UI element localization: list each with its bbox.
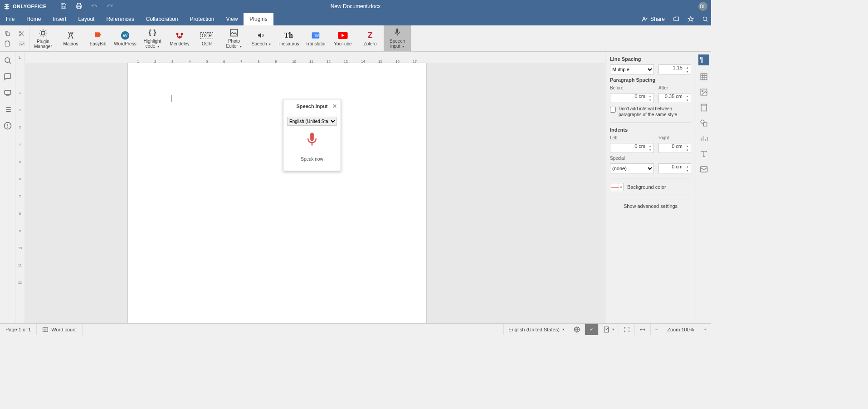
find-icon[interactable] [4,56,12,64]
svg-point-16 [176,33,179,35]
page [127,63,427,323]
menu-tab-references[interactable]: References [100,13,140,25]
menu-tab-view[interactable]: View [220,13,244,25]
app-logo-icon [4,3,10,10]
document-canvas[interactable]: Speech input ✕ English (United Sta… Spea… [24,63,605,323]
vertical-ruler[interactable]: 123456789101112 [15,63,24,323]
special-indent-select[interactable]: (none) [610,163,654,173]
paragraph-settings-icon[interactable]: ¶ [698,54,709,65]
copy-icon[interactable] [3,29,12,38]
track-changes-icon[interactable]: ▾ [598,324,619,335]
menu-tab-home[interactable]: Home [20,13,47,25]
redo-icon[interactable] [107,3,113,10]
comments-icon[interactable] [4,73,12,81]
menu-tab-protection[interactable]: Protection [184,13,220,25]
svg-line-26 [9,62,11,64]
fit-width-icon[interactable] [634,324,650,335]
select-all-icon[interactable] [17,39,26,48]
speech-input-dialog: Speech input ✕ English (United Sta… Spea… [283,99,341,171]
zoom-level[interactable]: Zoom 100% [663,324,698,335]
line-spacing-value-input[interactable]: 1.15▲▼ [658,64,691,74]
svg-text:A: A [317,33,320,38]
spacing-after-input[interactable]: 0.35 cm▲▼ [658,93,691,103]
menu-tab-plugins[interactable]: Plugins [244,13,273,25]
svg-rect-48 [703,123,707,126]
menu-tab-insert[interactable]: Insert [47,13,72,25]
plugin-speech-input-button[interactable]: Speech input ▾ [384,25,411,51]
plugin-highlight-code-button[interactable]: { }Highlight code ▾ [139,25,166,51]
microphone-icon[interactable] [305,132,319,150]
set-language-icon[interactable] [569,324,585,335]
line-spacing-label: Line Spacing [610,56,691,62]
indent-right-input[interactable]: 0 cm▲▼ [658,143,691,153]
svg-rect-45 [701,104,707,111]
special-indent-input[interactable]: 0 cm▲▼ [658,163,691,173]
plugin-manager-button[interactable]: Plugin Manager [29,25,57,51]
svg-point-44 [702,90,703,92]
plugin-mendeley-button[interactable]: Mendeley [166,25,193,51]
left-sidebar [0,52,15,323]
paste-icon[interactable] [3,39,12,48]
document-language-button[interactable]: English (United States)▾ [503,324,569,335]
svg-line-5 [706,20,707,21]
svg-rect-6 [6,33,9,35]
title-bar: ONLYOFFICE New Document.docx DL [0,0,711,13]
menu-tab-file[interactable]: File [0,13,20,25]
feedback-icon[interactable] [4,122,12,130]
shape-settings-icon[interactable] [700,119,708,127]
dialog-title: Speech input [296,103,327,109]
plugin-translator-button[interactable]: 文ATranslator [302,25,329,51]
document-title: New Document.docx [331,3,381,10]
background-color-picker[interactable]: ▼ [610,183,624,191]
favorite-icon[interactable] [688,16,694,22]
plugin-ocr-button[interactable]: OCROCR [193,25,220,51]
svg-rect-13 [41,31,44,34]
plugin-zotero-button[interactable]: ZZotero [356,25,384,51]
plugin-macros-button[interactable]: Macros [57,25,84,51]
save-icon[interactable] [60,3,67,10]
chat-icon[interactable] [4,89,12,97]
plugin-wordpress-button[interactable]: WWordPress [112,25,139,51]
textart-settings-icon[interactable] [700,150,708,158]
close-icon[interactable]: ✕ [332,103,337,109]
chart-settings-icon[interactable] [700,134,708,143]
plugin-easybib-button[interactable]: EasyBib [84,25,112,51]
language-select[interactable]: English (United Sta… [287,117,337,126]
svg-point-36 [7,127,8,128]
indents-label: Indents [610,127,691,133]
zoom-in-button[interactable]: + [699,324,711,335]
fit-page-icon[interactable] [619,324,634,335]
spellcheck-icon[interactable]: ✓ [585,324,598,335]
tab-stop-marker[interactable]: L [15,52,24,63]
headings-icon[interactable] [4,105,12,113]
share-label: Share [650,16,665,22]
menu-tab-layout[interactable]: Layout [72,13,100,25]
zoom-out-button[interactable]: − [650,324,663,335]
user-avatar[interactable]: DL [698,2,707,11]
open-location-icon[interactable] [673,16,679,22]
table-settings-icon[interactable] [700,73,708,81]
word-count-button[interactable]: Word count [37,324,83,335]
image-settings-icon[interactable] [700,88,708,96]
plugin-youtube-button[interactable]: YouTube [329,25,356,51]
mailmerge-icon[interactable] [700,165,708,173]
cut-icon[interactable] [17,29,26,38]
menu-bar: FileHomeInsertLayoutReferencesCollaborat… [0,13,711,25]
svg-point-1 [643,17,645,19]
svg-point-17 [181,33,183,35]
menu-tab-collaboration[interactable]: Collaboration [140,13,184,25]
line-spacing-mode-select[interactable]: Multiple [610,64,654,74]
print-icon[interactable] [76,3,82,10]
plugin-photo-editor-button[interactable]: Photo Editor ▾ [220,25,248,51]
search-icon[interactable] [702,16,708,22]
plugin-thesaurus-button[interactable]: ThThesaurus [275,25,302,51]
share-button[interactable]: Share [642,16,665,22]
spacing-before-input[interactable]: 0 cm▲▼ [610,93,654,103]
header-footer-icon[interactable] [700,103,708,112]
page-indicator[interactable]: Page 1 of 1 [0,324,37,335]
advanced-settings-link[interactable]: Show advanced settings [610,203,691,209]
undo-icon[interactable] [91,3,98,10]
no-interval-checkbox[interactable]: Don't add interval between paragraphs of… [610,106,691,118]
indent-left-input[interactable]: 0 cm▲▼ [610,143,654,153]
plugin-speech-button[interactable]: Speech ▾ [248,25,275,51]
